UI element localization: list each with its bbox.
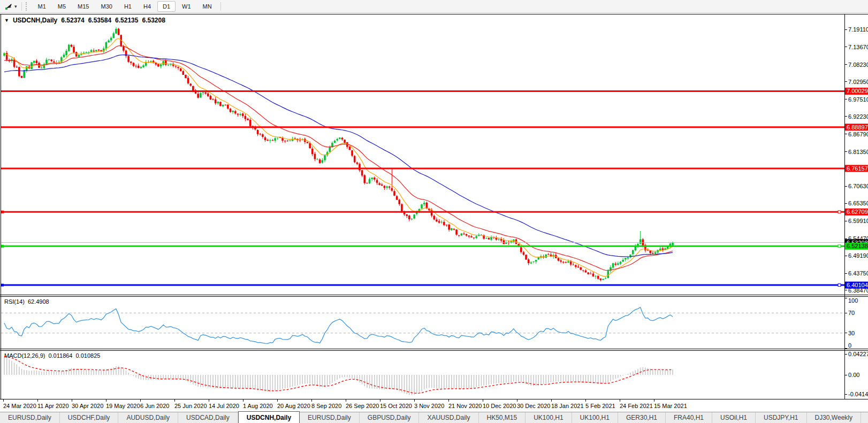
svg-text:6.88897: 6.88897	[847, 124, 868, 130]
candle-body	[217, 102, 219, 103]
tab-usdcnh-daily[interactable]: USDCNH,Daily	[238, 411, 300, 423]
chart-menu-arrow-icon[interactable]: ▼	[4, 18, 9, 23]
y-axis-label: 6.43750	[848, 270, 868, 276]
line-handle-left[interactable]	[1, 245, 4, 248]
rsi-axis-label: 0	[848, 342, 851, 349]
candle-body	[411, 219, 413, 219]
y-axis-label: 6.70630	[848, 183, 868, 189]
candle-body	[565, 262, 567, 263]
candle-body	[18, 67, 20, 76]
candle-body	[65, 51, 67, 55]
candle-body	[378, 183, 380, 185]
candle-body	[197, 94, 199, 97]
line-handle-right[interactable]	[838, 245, 841, 248]
candle-body	[245, 116, 247, 119]
candle-body	[351, 150, 353, 156]
candle-body	[234, 111, 237, 114]
candle-body	[189, 83, 192, 86]
candle-body	[374, 178, 376, 180]
candle-body	[567, 262, 569, 263]
rsi-panel-label: RSI(14) 62.4908	[4, 298, 49, 305]
candle-body	[110, 38, 112, 41]
candle-body	[398, 200, 400, 204]
candle-body	[230, 109, 232, 112]
candle-body	[562, 262, 565, 263]
candle-body	[185, 75, 187, 78]
y-axis-label: 6.86790	[848, 131, 868, 137]
candle-body	[620, 262, 622, 264]
candle-body	[322, 160, 324, 163]
candle-body	[455, 229, 458, 235]
candle-body	[498, 239, 500, 240]
candle-body	[45, 60, 48, 65]
y-axis-label: 6.92230	[848, 113, 868, 120]
x-axis-date-label: 26 Sep 2020	[346, 403, 379, 409]
candle-body	[470, 236, 473, 237]
price-tag-6.62709: 6.62709	[845, 209, 868, 216]
candle-body	[272, 140, 274, 141]
candle-body	[284, 141, 286, 141]
candle-body	[389, 187, 391, 188]
candle-body	[224, 105, 226, 105]
candle-body	[182, 71, 185, 75]
candle-body	[26, 66, 28, 71]
candle-body	[356, 163, 359, 164]
line-handle-right[interactable]	[838, 211, 841, 213]
candle-body	[649, 250, 651, 253]
candle-body	[115, 29, 117, 34]
candle-body	[592, 274, 595, 276]
candle-body	[363, 175, 366, 183]
moving-average-fast	[4, 39, 673, 276]
svg-text:6.40104: 6.40104	[847, 282, 868, 288]
rsi-indicator-name: RSI(14)	[4, 298, 25, 305]
x-axis-date-label: 24 Feb 2021	[620, 403, 653, 409]
candle-body	[662, 248, 664, 250]
candle-body	[523, 252, 525, 255]
candle-body	[175, 66, 177, 67]
x-axis-date-label: 18 Jan 2021	[551, 403, 584, 409]
candle-body	[239, 114, 241, 115]
candle-body	[227, 105, 229, 109]
line-handle-left[interactable]	[1, 211, 4, 213]
candle-body	[490, 237, 492, 240]
candle-body	[393, 191, 395, 196]
candle-body	[413, 214, 415, 218]
x-axis-date-label: 8 Sep 2020	[311, 403, 341, 409]
ohlc-close: 6.53208	[142, 17, 165, 24]
candle-body	[177, 67, 179, 68]
candle-body	[307, 142, 309, 143]
svg-text:6.52138: 6.52138	[847, 243, 868, 249]
chart-canvas[interactable]: 7.191107.136707.082307.029506.975106.922…	[0, 0, 868, 423]
candlestick-series	[3, 27, 674, 282]
macd-indicator-value1: 0.011864	[48, 352, 72, 359]
candle-body	[647, 250, 649, 251]
candle-body	[396, 196, 398, 200]
macd-histogram	[4, 356, 673, 395]
candle-body	[440, 222, 443, 222]
y-axis-label: 6.97510	[848, 96, 868, 103]
candle-body	[112, 33, 115, 38]
candle-body	[21, 76, 23, 78]
price-tag-6.40104: 6.40104	[845, 282, 868, 289]
candle-body	[597, 276, 599, 279]
candle-body	[605, 278, 607, 279]
candle-body	[622, 260, 624, 262]
candle-body	[63, 55, 65, 57]
candle-body	[558, 258, 560, 261]
candle-body	[391, 188, 393, 191]
moving-average-slow	[4, 55, 673, 257]
candle-body	[520, 247, 522, 252]
candle-body	[585, 271, 587, 273]
candle-body	[237, 114, 239, 115]
candle-body	[547, 254, 550, 255]
candle-body	[267, 140, 269, 141]
candle-body	[384, 186, 386, 188]
rsi-axis-label: 30	[848, 330, 855, 336]
candle-body	[232, 111, 234, 112]
candle-body	[451, 228, 453, 230]
line-handle-left[interactable]	[1, 284, 4, 287]
candle-body	[287, 141, 289, 141]
candle-body	[180, 68, 182, 71]
y-axis-label: 7.02950	[848, 79, 868, 85]
line-handle-right[interactable]	[838, 284, 841, 287]
